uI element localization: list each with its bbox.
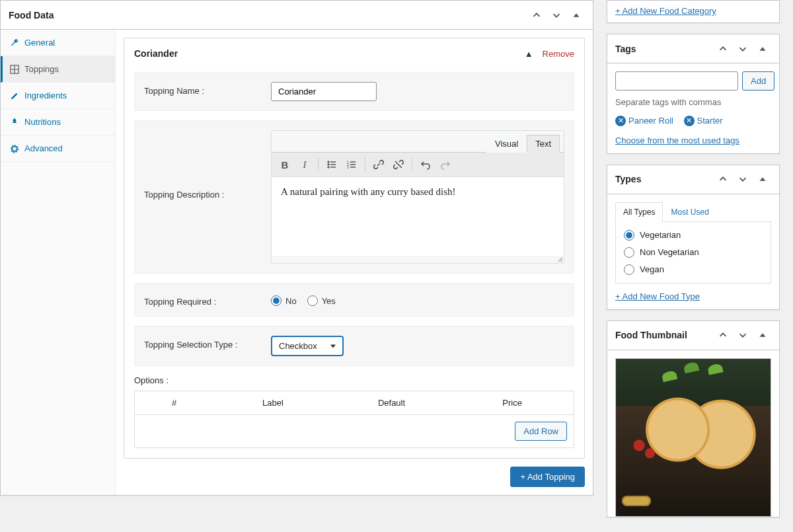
types-tab-most-used[interactable]: Most Used [663,202,716,222]
redo-button[interactable] [436,155,455,174]
type-option[interactable]: Non Vegetarian [624,247,763,258]
col-label: Label [213,391,332,415]
remove-topping-link[interactable]: Remove [543,49,574,59]
vtab-advanced[interactable]: Advanced [1,135,115,162]
editor-content-area[interactable]: A natural pairing with any curry based d… [272,177,564,256]
col-num: # [135,391,214,415]
types-widget: Types All Types Most Used Vegetarian Non… [607,165,780,310]
panel-move-up-button[interactable] [714,326,732,344]
vtab-label: Ingredients [24,91,67,100]
required-yes-radio[interactable] [307,295,318,306]
selection-type-select[interactable]: Checkbox [271,336,344,356]
topping-name-input[interactable] [271,82,377,101]
panel-move-down-button[interactable] [734,326,751,344]
food-data-panel: Food Data General Toppings [0,0,593,496]
label-selection-type: Topping Selection Type : [144,336,271,350]
add-tag-button[interactable]: Add [742,71,774,91]
add-food-type-link[interactable]: + Add New Food Type [615,291,700,301]
panel-move-up-button[interactable] [528,7,545,24]
tags-widget: Tags Add Separate tags with commas ✕Pane… [607,34,780,154]
label-options: Options : [134,375,574,385]
types-list: Vegetarian Non Vegetarian Vegan [615,222,771,284]
pencil-icon [10,91,19,100]
editor-tab-text[interactable]: Text [527,135,560,153]
tags-input[interactable] [615,71,738,91]
thumbnail-title: Food Thumbnail [615,330,687,340]
panel-move-up-button[interactable] [714,171,732,188]
add-topping-button[interactable]: + Add Topping [510,467,585,487]
editor-tab-visual[interactable]: Visual [486,135,527,153]
vtab-nutritions[interactable]: Nutritions [1,109,115,135]
rich-text-editor: Visual Text B I 123 [271,130,564,264]
panel-toggle-button[interactable] [754,171,771,188]
food-data-header: Food Data [1,1,593,30]
topping-editor: Coriander ▲ Remove Topping Name : [124,38,585,459]
svg-text:3: 3 [347,165,349,169]
grid-icon [10,65,19,74]
bullet-list-button[interactable] [322,155,341,174]
gear-icon [10,144,19,153]
required-no-radio[interactable] [271,295,282,306]
editor-resize-handle[interactable] [272,256,564,263]
vtab-general[interactable]: General [1,30,115,56]
link-button[interactable] [369,155,388,174]
vtab-toppings[interactable]: Toppings [1,56,115,83]
food-thumbnail-image[interactable] [615,358,771,517]
pin-icon [10,118,19,127]
remove-tag-icon[interactable]: ✕ [684,116,695,126]
food-data-title: Food Data [9,10,54,20]
type-option[interactable]: Vegetarian [624,230,763,241]
panel-move-up-button[interactable] [714,40,732,57]
food-data-vtabs: General Toppings Ingredients Nutritions [1,30,116,495]
panel-move-down-button[interactable] [548,7,565,24]
add-food-category-link[interactable]: + Add New Food Category [615,6,716,16]
numbered-list-button[interactable]: 123 [342,155,361,174]
panel-toggle-button[interactable] [754,40,771,57]
topping-heading: Coriander [134,48,178,59]
label-topping-required: Topping Required : [144,293,271,307]
svg-point-1 [328,161,329,163]
editor-toolbar: B I 123 [272,152,564,177]
label-topping-name: Topping Name : [144,82,271,96]
remove-tag-icon[interactable]: ✕ [615,116,626,126]
svg-point-2 [328,164,329,165]
vtab-label: Toppings [24,64,59,74]
types-tab-all[interactable]: All Types [615,202,663,222]
collapse-caret-icon[interactable]: ▲ [525,49,533,59]
tags-hint: Separate tags with commas [615,97,771,107]
types-title: Types [615,174,641,184]
row-topping-required: Topping Required : No Yes [134,283,574,317]
col-price: Price [451,391,574,415]
type-option[interactable]: Vegan [624,264,763,275]
panel-toggle-button[interactable] [568,7,585,24]
bold-button[interactable]: B [276,155,294,174]
category-widget-tail: + Add New Food Category [607,0,780,23]
label-topping-description: Topping Description : [144,130,271,200]
row-topping-name: Topping Name : [134,72,574,111]
row-selection-type: Topping Selection Type : Checkbox [134,326,574,366]
vtab-label: Nutritions [24,117,61,127]
panel-move-down-button[interactable] [734,171,751,188]
wrench-icon [10,38,19,48]
add-row-button[interactable]: Add Row [515,422,567,441]
required-no-option[interactable]: No [271,295,297,306]
options-table: # Label Default Price Add Row [134,391,574,448]
tag-chip[interactable]: ✕Starter [684,116,723,126]
vtab-label: General [24,38,55,48]
col-default: Default [332,391,451,415]
panel-toggle-button[interactable] [754,326,771,344]
row-topping-description: Topping Description : Visual Text B [134,120,574,274]
vtab-ingredients[interactable]: Ingredients [1,83,115,109]
required-yes-option[interactable]: Yes [307,295,336,306]
undo-button[interactable] [416,155,435,174]
tag-chip[interactable]: ✕Paneer Roll [615,116,673,126]
svg-point-3 [328,167,329,168]
italic-button[interactable]: I [295,155,314,174]
panel-move-down-button[interactable] [734,40,751,57]
tag-list: ✕Paneer Roll ✕Starter [615,115,771,126]
thumbnail-widget: Food Thumbnail [607,321,780,517]
unlink-button[interactable] [389,155,408,174]
vtab-label: Advanced [24,143,63,153]
choose-tags-link[interactable]: Choose from the most used tags [615,135,739,145]
tags-title: Tags [615,44,636,54]
